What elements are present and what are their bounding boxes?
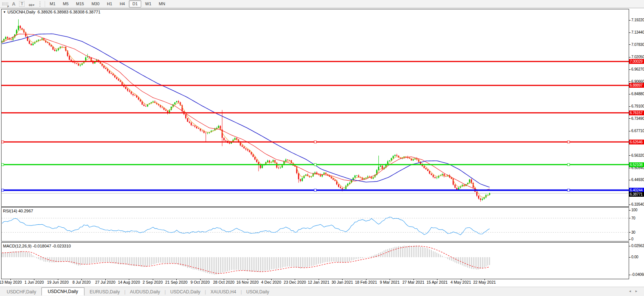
macd-histogram-bar xyxy=(378,253,379,257)
macd-histogram-bar xyxy=(155,257,155,264)
line-handle[interactable] xyxy=(1,189,4,191)
macd-histogram-bar xyxy=(293,257,294,267)
candle-body xyxy=(349,183,350,184)
macd-histogram-bar xyxy=(349,257,350,261)
macd-histogram-bar xyxy=(213,257,214,274)
macd-histogram-bar xyxy=(260,257,261,272)
macd-histogram-bar xyxy=(226,257,226,272)
symbol-tab-usdchf[interactable]: USDCHF,Daily xyxy=(2,288,41,296)
symbol-tab-usdcad[interactable]: USDCAD,Daily xyxy=(166,288,205,296)
macd-histogram-bar xyxy=(16,251,17,257)
candle-body xyxy=(431,174,432,175)
macd-histogram-bar xyxy=(218,257,219,274)
macd-histogram-bar xyxy=(402,246,403,257)
tab-scroll-left-icon[interactable]: ◂ xyxy=(629,289,635,293)
macd-histogram-bar xyxy=(22,251,22,257)
candle-body xyxy=(380,166,381,167)
candle-body xyxy=(133,94,134,95)
candle-body xyxy=(192,125,193,126)
candle-body xyxy=(69,56,70,60)
macd-histogram-bar xyxy=(455,257,455,262)
symbol-tab-audusd[interactable]: AUDUSD,Daily xyxy=(126,288,165,296)
symbol-tab-usoil[interactable]: USOil,Daily xyxy=(242,288,273,296)
macd-histogram-bar xyxy=(31,253,32,257)
macd-histogram-bar xyxy=(38,257,39,259)
macd-histogram-bar xyxy=(103,257,104,262)
candle-body xyxy=(225,140,226,141)
candle-body xyxy=(267,161,268,162)
macd-histogram-bar xyxy=(285,257,286,267)
candle-body xyxy=(391,158,392,161)
candle-body xyxy=(363,178,365,179)
macd-histogram-bar xyxy=(289,257,290,267)
macd-histogram-bar xyxy=(368,257,368,258)
macd-histogram-bar xyxy=(306,257,306,267)
macd-histogram-bar xyxy=(280,257,281,268)
line-handle[interactable] xyxy=(314,141,316,143)
macd-histogram-bar xyxy=(240,257,241,270)
line-handle[interactable] xyxy=(314,189,316,191)
candle-body xyxy=(198,128,199,129)
line-handle[interactable] xyxy=(1,141,4,143)
macd-histogram-bar xyxy=(102,257,103,262)
macd-histogram-bar xyxy=(360,257,361,258)
macd-histogram-bar xyxy=(411,246,412,257)
macd-histogram-bar xyxy=(417,246,417,257)
macd-histogram-bar xyxy=(362,257,363,258)
candle-body xyxy=(443,174,445,176)
candle-body xyxy=(389,161,390,161)
candle-body xyxy=(378,167,379,170)
symbol-tab-eurusd[interactable]: EURUSD,Daily xyxy=(85,288,124,296)
macd-histogram-bar xyxy=(391,248,392,257)
tabs-container: USDCHF,DailyUSDCNH,DailyEURUSD,Daily|AUD… xyxy=(2,288,274,296)
macd-histogram-bar xyxy=(435,252,436,257)
macd-histogram-bar xyxy=(484,257,484,268)
macd-histogram-bar xyxy=(209,257,210,274)
macd-histogram-bar xyxy=(440,255,441,257)
macd-histogram-bar xyxy=(413,246,414,257)
macd-histogram-bar xyxy=(145,257,146,267)
line-handle[interactable] xyxy=(1,163,4,166)
macd-histogram-bar xyxy=(18,252,19,257)
macd-histogram-bar xyxy=(393,247,394,257)
macd-histogram-bar xyxy=(298,257,299,268)
macd-histogram-bar xyxy=(291,257,292,267)
macd-histogram-bar xyxy=(282,257,283,268)
macd-histogram-bar xyxy=(315,257,315,265)
tab-scroll-arrows: ◂▸ xyxy=(629,289,642,293)
candle-body xyxy=(356,175,357,176)
macd-histogram-bar xyxy=(354,257,355,259)
macd-histogram-bar xyxy=(158,257,159,263)
macd-histogram-bar xyxy=(425,248,426,257)
line-handle[interactable] xyxy=(567,189,570,191)
macd-histogram-bar xyxy=(446,257,446,258)
macd-histogram-bar xyxy=(80,257,81,265)
candle-body xyxy=(202,131,203,131)
line-handle[interactable] xyxy=(567,163,570,166)
macd-histogram-bar xyxy=(460,257,461,265)
macd-histogram-bar xyxy=(229,257,230,271)
tab-scroll-right-icon[interactable]: ▸ xyxy=(635,289,642,293)
ma-mid-line xyxy=(2,34,490,190)
macd-histogram-bar xyxy=(238,257,239,270)
candle-body xyxy=(32,44,34,45)
candle-body xyxy=(138,97,139,99)
symbol-tab-usdcnh[interactable]: USDCNH,Daily xyxy=(41,287,84,296)
macd-histogram-bar xyxy=(174,257,175,264)
candle-body xyxy=(152,102,154,102)
macd-histogram-bar xyxy=(247,257,248,271)
macd-histogram-bar xyxy=(473,257,474,269)
line-handle[interactable] xyxy=(314,163,316,166)
symbol-tab-xauusd[interactable]: XAUUSD,H4 xyxy=(206,288,241,296)
candle-body xyxy=(429,171,430,174)
chart-canvas[interactable] xyxy=(0,0,644,296)
line-handle[interactable] xyxy=(567,141,570,143)
macd-histogram-bar xyxy=(147,257,148,266)
macd-histogram-bar xyxy=(318,257,319,264)
candle-body xyxy=(74,62,75,63)
macd-histogram-bar xyxy=(439,254,439,257)
macd-histogram-bar xyxy=(266,257,266,271)
candle-body xyxy=(127,89,128,91)
candle-body xyxy=(434,177,436,178)
candle-body xyxy=(338,184,339,187)
